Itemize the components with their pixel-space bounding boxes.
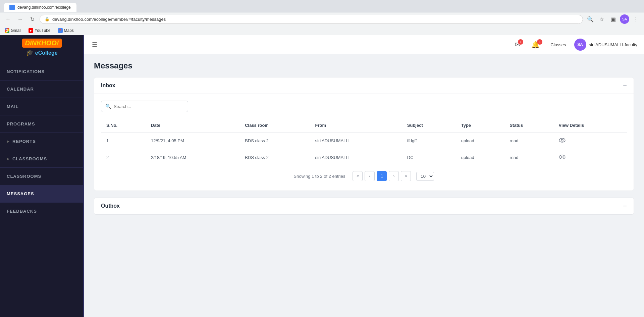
page-prev-button[interactable]: ‹ xyxy=(365,171,375,181)
sidebar-item-messages[interactable]: MESSAGES xyxy=(0,185,84,203)
youtube-label: YouTube xyxy=(35,28,50,33)
sidebar-nav: NOTIFICATIONS CALENDAR MAIL PROGRAMS ▶ R… xyxy=(0,60,84,317)
cell-view-details xyxy=(553,132,627,149)
user-info[interactable]: SA siri ADUSUMALLI-faculty xyxy=(574,39,637,51)
view-details-button[interactable] xyxy=(559,154,566,161)
notif-badge: 1 xyxy=(537,39,542,45)
address-bar[interactable]: 🔒 devang.dinkhoo.com/ecollege/member/#/f… xyxy=(40,15,583,24)
cell-type: upload xyxy=(456,149,504,166)
sidebar: DINKHOO! 🎓 eCollege NOTIFICATIONS CALEND… xyxy=(0,35,84,317)
reload-button[interactable]: ↻ xyxy=(28,14,37,24)
browser-nav-bar: ← → ↻ 🔒 devang.dinkhoo.com/ecollege/memb… xyxy=(0,12,644,26)
user-avatar: SA xyxy=(574,39,586,51)
pagination-row: Showing 1 to 2 of 2 entries « ‹ 1 › » 10… xyxy=(101,166,627,184)
tab-title: devang.dinkhoo.com/ecollege/member/#/fac… xyxy=(17,5,71,10)
maps-label: Maps xyxy=(64,28,74,33)
mail-icon-button[interactable]: ✉ 1 xyxy=(512,39,523,50)
browser-tabs-bar: devang.dinkhoo.com/ecollege/member/#/fac… xyxy=(4,3,640,12)
cell-type: upload xyxy=(456,132,504,149)
col-date: Date xyxy=(146,119,239,132)
page-1-button[interactable]: 1 xyxy=(377,171,387,181)
logo-dinkhoo: DINKHOO! xyxy=(25,39,59,47)
bookmark-gmail[interactable]: G Gmail xyxy=(3,28,22,34)
user-name: siri ADUSUMALLI-faculty xyxy=(589,42,637,47)
cell-classroom: BDS class 2 xyxy=(239,149,310,166)
search-box[interactable]: 🔍 xyxy=(101,101,188,112)
bookmark-maps[interactable]: 📍 Maps xyxy=(57,28,75,34)
view-details-button[interactable] xyxy=(559,137,566,144)
url-text: devang.dinkhoo.com/ecollege/member/#/fac… xyxy=(52,17,578,22)
inbox-card-body: 🔍 S.No. Date Class room From Subject Ty xyxy=(94,94,634,191)
sidebar-item-classrooms-expand[interactable]: ▶ CLASSROOMS xyxy=(0,150,84,168)
sidebar-label-classrooms-expand: CLASSROOMS xyxy=(12,156,47,161)
classes-label: Classes xyxy=(550,42,566,47)
sidebar-item-notifications[interactable]: NOTIFICATIONS xyxy=(0,63,84,81)
main-content: ☰ ✉ 1 🔔 1 Classes SA siri ADUSUMALLI-fac… xyxy=(84,35,644,317)
page-first-button[interactable]: « xyxy=(353,171,363,181)
table-row: 2 2/18/19, 10:55 AM BDS class 2 siri ADU… xyxy=(101,149,627,166)
sidebar-label-programs: PROGRAMS xyxy=(7,121,35,126)
gmail-label: Gmail xyxy=(11,28,21,33)
col-subject: Subject xyxy=(402,119,456,132)
sidebar-toggle-button[interactable]: ▣ xyxy=(608,14,618,24)
notification-icon-button[interactable]: 🔔 1 xyxy=(529,39,542,50)
user-avatar-initials: SA xyxy=(577,42,583,47)
sidebar-item-mail[interactable]: MAIL xyxy=(0,98,84,115)
sidebar-accent xyxy=(83,35,84,317)
cell-sno: 2 xyxy=(101,149,146,166)
browser-tab[interactable]: devang.dinkhoo.com/ecollege/member/#/fac… xyxy=(4,3,76,12)
sidebar-item-feedbacks[interactable]: FEEDBACKS xyxy=(0,203,84,220)
table-body: 1 12/9/21, 4:05 PM BDS class 2 siri ADUS… xyxy=(101,132,627,166)
outbox-toggle-button[interactable]: − xyxy=(623,203,627,209)
gmail-favicon: G xyxy=(5,28,9,33)
profile-avatar[interactable]: SA xyxy=(620,14,629,24)
svg-point-1 xyxy=(561,139,563,141)
outbox-card-header: Outbox − xyxy=(94,198,634,214)
cell-subject: ffdgff xyxy=(402,132,456,149)
inbox-toggle-button[interactable]: − xyxy=(623,82,627,89)
hamburger-button[interactable]: ☰ xyxy=(91,40,99,50)
sidebar-label-notifications: NOTIFICATIONS xyxy=(7,69,45,74)
sidebar-item-classrooms[interactable]: CLASSROOMS xyxy=(0,168,84,185)
bookmark-button[interactable]: ☆ xyxy=(597,14,606,24)
cell-status: read xyxy=(504,132,553,149)
mail-badge: 1 xyxy=(518,39,523,45)
reports-expand-icon: ▶ xyxy=(7,140,10,143)
page-next-button[interactable]: › xyxy=(389,171,399,181)
svg-point-0 xyxy=(559,138,565,142)
menu-button[interactable]: ⋮ xyxy=(631,14,641,24)
sidebar-label-feedbacks: FEEDBACKS xyxy=(7,209,37,214)
classes-button[interactable]: Classes xyxy=(548,41,569,49)
outbox-title: Outbox xyxy=(101,203,120,209)
classrooms-expand-icon: ▶ xyxy=(7,157,10,161)
cell-from: siri ADUSUMALLI xyxy=(310,132,402,149)
search-input[interactable] xyxy=(114,104,184,109)
browser-actions: 🔍 ☆ ▣ SA ⋮ xyxy=(586,14,641,24)
back-button[interactable]: ← xyxy=(3,14,13,24)
hamburger-icon: ☰ xyxy=(92,41,97,48)
table-row: 1 12/9/21, 4:05 PM BDS class 2 siri ADUS… xyxy=(101,132,627,149)
youtube-favicon xyxy=(29,28,33,33)
bookmark-youtube[interactable]: YouTube xyxy=(27,28,52,34)
col-type: Type xyxy=(456,119,504,132)
page-content: Messages Inbox − 🔍 S.No. xyxy=(84,54,644,317)
col-status: Status xyxy=(504,119,553,132)
page-title: Messages xyxy=(94,61,634,70)
cell-subject: DC xyxy=(402,149,456,166)
per-page-select[interactable]: 10 25 50 xyxy=(416,172,434,181)
sidebar-label-classrooms: CLASSROOMS xyxy=(7,174,41,179)
search-icon: 🔍 xyxy=(105,104,111,109)
inbox-card-header: Inbox − xyxy=(94,77,634,94)
cell-date: 12/9/21, 4:05 PM xyxy=(146,132,239,149)
sidebar-item-reports[interactable]: ▶ REPORTS xyxy=(0,133,84,150)
bookmarks-bar: G Gmail YouTube 📍 Maps xyxy=(0,26,644,35)
inbox-card: Inbox − 🔍 S.No. Date Class room xyxy=(94,77,634,191)
sidebar-item-calendar[interactable]: CALENDAR xyxy=(0,81,84,98)
sidebar-label-reports: REPORTS xyxy=(12,139,36,144)
search-button[interactable]: 🔍 xyxy=(586,14,595,24)
sidebar-item-programs[interactable]: PROGRAMS xyxy=(0,115,84,133)
page-last-button[interactable]: » xyxy=(401,171,411,181)
forward-button[interactable]: → xyxy=(15,14,25,24)
col-view-details: View Details xyxy=(553,119,627,132)
col-sno: S.No. xyxy=(101,119,146,132)
